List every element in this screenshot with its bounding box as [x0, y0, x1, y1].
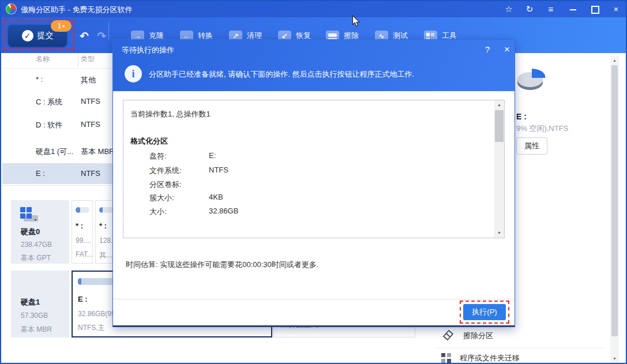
scroll-down-icon[interactable]: ▼ — [494, 228, 504, 238]
scroll-up-icon[interactable]: ▲ — [610, 56, 619, 65]
column-divider — [78, 54, 78, 67]
operations-summary: 当前操作数1, 总操作数1 — [130, 109, 211, 119]
disk-style: 基本 GPT — [21, 253, 51, 263]
row-type: NTFS — [81, 97, 100, 106]
detail-value: E: — [209, 151, 216, 160]
detail-label: 簇大小: — [149, 193, 174, 203]
action-app-mover[interactable]: 程序或文件夹迁移 — [441, 353, 520, 363]
minimize-button[interactable] — [564, 3, 581, 16]
info-icon: i — [125, 65, 142, 82]
partition-size: 99.... — [76, 237, 91, 245]
detail-label: 分区卷标: — [149, 179, 182, 190]
pending-operations-badge[interactable]: 1 ▾ — [51, 20, 72, 32]
partition-fs: FAT... — [76, 250, 93, 258]
pending-operations-dialog: 等待执行的操作 ? × i 分区助手已经准备就绪, 请确认下面的操作. 然后点击… — [112, 39, 515, 327]
scrollbar-thumb[interactable] — [495, 110, 504, 142]
disk-name: 硬盘1 — [21, 297, 40, 307]
app-mover-icon — [441, 353, 452, 363]
check-icon: ✓ — [22, 30, 33, 42]
sidebar-scrollbar[interactable]: ▲ ▼ — [610, 56, 619, 363]
disk-style: 基本 MBR — [21, 325, 52, 335]
row-name: C : 系统 — [36, 97, 62, 107]
table-row[interactable]: D : 软件 NTFS — [2, 114, 112, 135]
submit-label: 提交 — [37, 31, 54, 41]
partition-size: 32.86GB(99 — [78, 310, 115, 318]
dialog-title: 等待执行的操作 — [122, 45, 174, 55]
toolbar-divider — [108, 22, 109, 39]
dialog-close-icon[interactable]: × — [501, 43, 513, 56]
app-window: 傲梅分区助手 - 免费无损分区软件 ☆ ↻ ≡ × ✓ 提交 1 ▾ ↶ ↷ →… — [0, 0, 627, 364]
sidebar-partition-info: 9% 空闲),NTFS — [516, 123, 568, 134]
title-bar: 傲梅分区助手 - 免费无损分区软件 ☆ ↻ ≡ × — [1, 1, 626, 17]
dialog-info-text: 分区助手已经准备就绪, 请确认下面的操作. 然后点击执行按钮让程序正式地工作. — [149, 69, 495, 80]
disk-icon — [20, 207, 39, 223]
maximize-button[interactable] — [587, 3, 604, 16]
detail-value: 4KB — [209, 193, 223, 201]
undo-button[interactable]: ↶ — [78, 30, 91, 43]
disk0-card[interactable]: 硬盘0 238.47GB 基本 GPT — [11, 200, 69, 264]
sidebar-partition-name: E : — [516, 112, 527, 121]
scroll-up-icon[interactable]: ▲ — [494, 100, 504, 110]
detail-value: 32.86GB — [209, 207, 238, 215]
chevron-down-icon: ▾ — [62, 24, 65, 29]
menu-icon[interactable]: ≡ — [542, 3, 560, 16]
action-label: 程序或文件夹迁移 — [460, 353, 520, 363]
table-row-selected[interactable]: E : NTFS — [2, 163, 112, 184]
action-label: 擦除分区 — [463, 331, 493, 341]
disk-size: 57.30GB — [21, 312, 48, 320]
execute-button[interactable]: 执行(P) — [463, 304, 506, 320]
table-row[interactable]: * : 其他 — [2, 69, 112, 90]
usb-icon — [22, 277, 29, 290]
close-button[interactable]: × — [607, 3, 625, 16]
scroll-down-icon[interactable]: ▼ — [610, 354, 619, 363]
app-title: 傲梅分区助手 - 免费无损分区软件 — [21, 5, 133, 15]
partition-label: * : — [99, 222, 107, 230]
pending-count: 1 — [58, 22, 62, 30]
table-row[interactable]: C : 系统 NTFS — [2, 91, 112, 112]
action-erase-partition[interactable]: 擦除分区 — [441, 328, 493, 343]
disk-size: 238.47GB — [21, 241, 52, 249]
operations-listbox[interactable]: 当前操作数1, 总操作数1 格式化分区 盘符: E: 文件系统: NTFS 分区… — [123, 100, 505, 238]
help-icon[interactable]: ? — [481, 43, 494, 56]
app-logo-icon — [6, 3, 17, 14]
partition-label: * : — [76, 222, 83, 230]
row-name: * : — [36, 75, 43, 84]
row-name: E : — [36, 169, 45, 178]
panel-divider — [2, 185, 112, 186]
disk0-partition1-block[interactable]: * : 99.... FAT... — [72, 200, 93, 264]
column-header-type[interactable]: 类型 — [81, 54, 95, 64]
row-type: NTFS — [81, 169, 100, 178]
eraser-icon — [441, 328, 455, 343]
listbox-scrollbar[interactable]: ▲ ▼ — [494, 100, 504, 238]
partition-label: E : — [78, 295, 88, 303]
refresh-icon[interactable]: ↻ — [521, 3, 538, 16]
column-header-name[interactable]: 名称 — [36, 54, 50, 64]
mouse-cursor — [352, 15, 361, 30]
footer-divider — [113, 299, 515, 299]
disk1-card[interactable]: 硬盘1 57.30GB 基本 MBR — [11, 271, 69, 337]
detail-label: 大小: — [149, 207, 167, 217]
row-type: 基本 MBR — [81, 147, 115, 157]
scrollbar-thumb[interactable] — [611, 65, 618, 336]
redo-button[interactable]: ↷ — [95, 30, 108, 43]
table-row[interactable]: 硬盘1 (可... 基本 MBR — [2, 141, 112, 162]
partition-fs: NTFS,主 — [78, 323, 105, 333]
row-name: 硬盘1 (可... — [36, 147, 73, 157]
dialog-header: 等待执行的操作 ? × i 分区助手已经准备就绪, 请确认下面的操作. 然后点击… — [113, 40, 515, 91]
row-type: NTFS — [81, 120, 100, 129]
time-estimate: 时间估算: 实现这些操作可能需要花00:00:30时间或者更多. — [126, 260, 318, 270]
favorite-icon[interactable]: ☆ — [500, 3, 517, 16]
sidebar-divider — [435, 348, 605, 348]
operation-title: 格式化分区 — [130, 136, 168, 147]
properties-button[interactable]: 属性 — [516, 137, 547, 155]
detail-label: 盘符: — [149, 151, 167, 162]
row-name: D : 软件 — [36, 120, 62, 130]
row-type: 其他 — [81, 75, 96, 85]
disk-name: 硬盘0 — [21, 227, 40, 237]
detail-value: NTFS — [209, 166, 228, 174]
usage-pie-chart — [516, 65, 546, 96]
detail-label: 文件系统: — [149, 166, 182, 176]
usb-icon — [21, 143, 28, 156]
partition-fs: 其... — [99, 250, 112, 260]
